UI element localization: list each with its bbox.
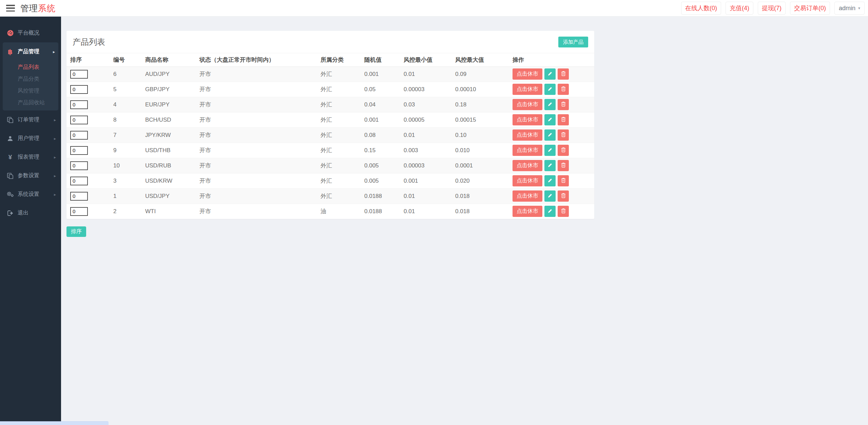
table-row: 6AUD/JPY开市外汇0.0010.010.09点击休市 (66, 66, 594, 82)
sort-order-input[interactable] (70, 116, 88, 124)
close-market-button[interactable]: 点击休市 (513, 206, 542, 217)
close-market-button[interactable]: 点击休市 (513, 145, 542, 156)
delete-button[interactable] (558, 114, 569, 125)
sidebar-item-label: 系统设置 (18, 191, 39, 198)
sidebar-item[interactable]: 平台概况 (0, 24, 61, 42)
edit-button[interactable] (544, 129, 556, 141)
menu-toggle-icon[interactable] (6, 5, 15, 12)
edit-button[interactable] (544, 190, 556, 202)
delete-button[interactable] (558, 175, 569, 186)
sidebar-subitem[interactable]: 产品分类 (3, 73, 58, 85)
edit-button[interactable] (544, 206, 556, 217)
cell-status: 开市 (196, 97, 317, 112)
add-product-button[interactable]: 添加产品 (558, 37, 588, 47)
edit-button[interactable] (544, 68, 556, 80)
delete-button[interactable] (558, 160, 569, 171)
close-market-button[interactable]: 点击休市 (513, 175, 542, 186)
cell-risk-max: 0.020 (451, 173, 509, 188)
delete-button[interactable] (558, 206, 569, 217)
header-link[interactable]: 提现(7) (758, 2, 786, 15)
edit-button[interactable] (544, 114, 556, 125)
delete-button[interactable] (558, 190, 569, 202)
sort-order-input[interactable] (70, 70, 88, 79)
sidebar-group-products: ฿产品管理▸产品列表产品分类风控管理产品回收站 (3, 42, 58, 110)
cell-random-value: 0.0188 (361, 188, 400, 204)
sort-order-input[interactable] (70, 85, 88, 94)
sidebar-subitem[interactable]: 产品回收站 (3, 97, 58, 108)
close-market-button[interactable]: 点击休市 (513, 129, 542, 141)
cell-category: 外汇 (317, 158, 361, 173)
cell-product-name: EUR/JPY (141, 97, 196, 112)
header-link[interactable]: 在线人数(0) (681, 2, 721, 15)
edit-button[interactable] (544, 99, 556, 110)
sort-order-input[interactable] (70, 161, 88, 170)
sort-order-input[interactable] (70, 177, 88, 185)
trash-icon (561, 147, 566, 154)
edit-button[interactable] (544, 84, 556, 95)
close-market-button[interactable]: 点击休市 (513, 84, 542, 95)
table-row: 3USD/KRW开市外汇0.0050.0010.020点击休市 (66, 173, 594, 188)
card-header: 产品列表 添加产品 (66, 31, 594, 53)
cell-actions: 点击休市 (509, 188, 594, 204)
sidebar-item[interactable]: ¥报表管理▸ (0, 148, 61, 166)
edit-button[interactable] (544, 145, 556, 156)
header-links: 在线人数(0)充值(4)提现(7)交易订单(0) (681, 2, 830, 15)
sidebar-item[interactable]: 订单管理▸ (0, 110, 61, 129)
sidebar-subitem-active[interactable]: 产品列表 (3, 61, 58, 73)
sidebar-item[interactable]: 退出 (0, 204, 61, 222)
cell-random-value: 0.0188 (361, 204, 400, 219)
delete-button[interactable] (558, 84, 569, 95)
cell-sort (66, 82, 110, 97)
header-link[interactable]: 充值(4) (726, 2, 753, 15)
cell-status: 开市 (196, 173, 317, 188)
edit-button[interactable] (544, 160, 556, 171)
close-market-button[interactable]: 点击休市 (513, 160, 542, 171)
sort-order-input[interactable] (70, 192, 88, 201)
delete-button[interactable] (558, 68, 569, 80)
sidebar-item[interactable]: 用户管理▸ (0, 129, 61, 148)
action-buttons: 点击休市 (513, 160, 594, 171)
sort-order-input[interactable] (70, 100, 88, 109)
cell-id: 8 (110, 112, 141, 127)
trash-icon (561, 71, 566, 77)
sidebar-subitem[interactable]: 风控管理 (3, 85, 58, 97)
delete-button[interactable] (558, 129, 569, 141)
action-buttons: 点击休市 (513, 114, 594, 125)
table-row: 4EUR/JPY开市外汇0.040.030.18点击休市 (66, 97, 594, 112)
cell-status: 开市 (196, 158, 317, 173)
close-market-button[interactable]: 点击休市 (513, 68, 542, 80)
sort-order-input[interactable] (70, 207, 88, 216)
brand-text-dark: 管理 (20, 3, 38, 13)
cell-random-value: 0.001 (361, 66, 400, 82)
cell-sort (66, 66, 110, 82)
cell-risk-min: 0.01 (400, 204, 451, 219)
cell-category: 外汇 (317, 188, 361, 204)
cell-category: 外汇 (317, 173, 361, 188)
cell-sort (66, 127, 110, 143)
app-brand: 管理系统 (20, 3, 56, 14)
delete-button[interactable] (558, 145, 569, 156)
sidebar-item[interactable]: ฿产品管理▸ (3, 42, 58, 61)
close-market-button[interactable]: 点击休市 (513, 99, 542, 110)
sort-submit-button[interactable]: 排序 (66, 226, 86, 237)
cell-category: 外汇 (317, 112, 361, 127)
cell-random-value: 0.15 (361, 143, 400, 158)
cell-actions: 点击休市 (509, 82, 594, 97)
delete-button[interactable] (558, 99, 569, 110)
user-dropdown[interactable]: admin ▾ (834, 2, 865, 15)
cell-risk-max: 0.00010 (451, 82, 509, 97)
sidebar-item[interactable]: 系统设置▸ (0, 185, 61, 204)
edit-button[interactable] (544, 175, 556, 186)
cell-sort (66, 97, 110, 112)
trash-icon (561, 162, 566, 169)
sort-order-input[interactable] (70, 146, 88, 155)
sidebar-menu: 平台概况฿产品管理▸产品列表产品分类风控管理产品回收站订单管理▸用户管理▸¥报表… (0, 17, 61, 222)
sort-order-input[interactable] (70, 131, 88, 140)
header-link[interactable]: 交易订单(0) (790, 2, 830, 15)
cell-status: 开市 (196, 82, 317, 97)
sidebar-item[interactable]: 参数设置▸ (0, 166, 61, 185)
cell-id: 5 (110, 82, 141, 97)
pencil-icon (547, 193, 553, 199)
close-market-button[interactable]: 点击休市 (513, 190, 542, 202)
close-market-button[interactable]: 点击休市 (513, 114, 542, 125)
